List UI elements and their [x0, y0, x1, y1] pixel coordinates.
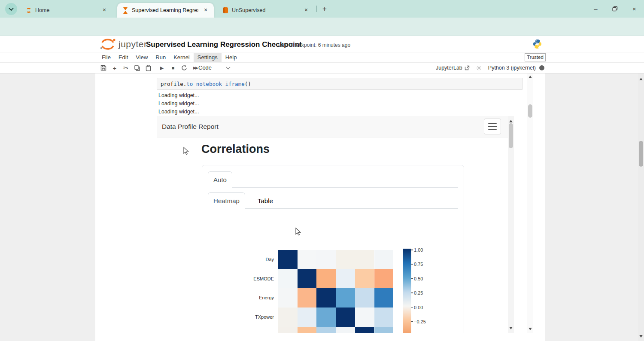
close-icon[interactable]: ×: [202, 6, 210, 14]
iframe-scrollbar[interactable]: [508, 116, 514, 333]
mouse-cursor: [295, 228, 301, 236]
browser-scrollbar[interactable]: [638, 73, 644, 341]
stop-kernel-icon[interactable]: ■: [167, 64, 179, 72]
inner-tab-nav: Heatmap Table: [208, 192, 458, 209]
cut-cells-icon[interactable]: ✂: [120, 64, 131, 72]
chevron-down-icon[interactable]: [226, 65, 231, 70]
menu-items: FileEditViewRunKernelSettingsHelp: [98, 53, 240, 62]
heatmap-cell: [374, 250, 394, 269]
scroll-down-icon[interactable]: [529, 328, 532, 332]
heatmap-cell: [298, 250, 317, 269]
chevron-down-icon: [9, 6, 13, 11]
scroll-down-icon[interactable]: [509, 327, 513, 331]
tab-search-button[interactable]: [5, 3, 17, 15]
hamburger-menu-button[interactable]: [484, 119, 501, 134]
scrollbar-thumb[interactable]: [639, 141, 643, 167]
close-icon[interactable]: ×: [100, 6, 108, 14]
menu-item-kernel[interactable]: Kernel: [170, 53, 194, 62]
window-controls: – ×: [586, 0, 644, 18]
heatmap-row-label: Day: [202, 257, 274, 262]
heatmap-cell: [355, 250, 374, 269]
heatmap-cell: [298, 269, 317, 289]
report-title: Data Profile Report: [162, 123, 219, 131]
colorbar-tick-label: 0.50: [414, 276, 423, 281]
heatmap-cell: [355, 269, 374, 289]
colorbar-tick-label: 1.00: [414, 247, 423, 253]
tab-heatmap[interactable]: Heatmap: [208, 192, 245, 209]
browser-tab[interactable]: Supervised Learning Regression×: [117, 3, 214, 18]
checkpoint-status: Last Checkpoint: 6 minutes ago: [278, 42, 350, 48]
menu-item-view[interactable]: View: [132, 53, 152, 62]
heatmap-cell: [316, 288, 336, 308]
heatmap-cell: [316, 327, 336, 333]
colorbar-tick-mark: [411, 250, 413, 250]
heatmap-row-label: TXpower: [202, 314, 274, 320]
heatmap-cell: [336, 327, 355, 333]
colorbar-tick-label: 0.25: [414, 290, 423, 295]
toolbar-icons: +✂▶■▶▶: [98, 63, 201, 73]
browser-tab[interactable]: Home×: [21, 3, 112, 18]
minimize-button[interactable]: –: [586, 0, 605, 18]
heatmap-cell: [316, 250, 336, 269]
restore-icon: [612, 6, 618, 12]
heatmap-cell: [278, 250, 298, 269]
tab-table[interactable]: Table: [251, 192, 280, 209]
restart-kernel-icon[interactable]: [179, 64, 190, 72]
heatmap-cell: [278, 288, 298, 308]
hamburger-menu-icon: [488, 123, 497, 125]
correlations-card: Auto Heatmap Table DayESMODEEnergyTXpowe…: [202, 165, 464, 333]
jupyter-header: jupyter Supervised Learning Regression C…: [0, 36, 644, 52]
heatmap-cell: [336, 250, 355, 269]
kernel-name[interactable]: Python 3 (ipykernel): [488, 65, 536, 71]
browser-tab[interactable]: UnSupervised×: [217, 3, 314, 18]
scrollbar-thumb[interactable]: [509, 123, 513, 148]
code-cell[interactable]: profile.to_notebook_iframe(): [157, 78, 523, 90]
close-window-button[interactable]: ×: [625, 0, 644, 18]
report-navbar: Data Profile Report: [157, 116, 508, 137]
browser-tab-strip: Home×Supervised Learning Regression×UnSu…: [0, 0, 644, 18]
colorbar-tick-mark: [411, 278, 413, 279]
tab-auto[interactable]: Auto: [208, 171, 232, 188]
maximize-button[interactable]: [605, 0, 625, 18]
close-icon[interactable]: ×: [302, 6, 310, 14]
scrollbar-thumb[interactable]: [528, 104, 532, 118]
code-text: profile.to_notebook_iframe(): [161, 81, 251, 87]
heatmap-cell: [336, 288, 355, 308]
scroll-up-icon[interactable]: [639, 76, 643, 80]
add-cell-icon[interactable]: +: [109, 64, 120, 72]
colorbar-tick-mark: [411, 292, 413, 293]
gear-icon[interactable]: [477, 66, 481, 70]
heatmap-cell: [374, 269, 394, 289]
scroll-up-icon[interactable]: [529, 74, 532, 78]
trusted-button[interactable]: Trusted: [525, 53, 546, 61]
run-cell-icon[interactable]: ▶: [156, 64, 167, 72]
colorbar-tick-mark: [411, 307, 413, 308]
cell-type-dropdown[interactable]: Code: [198, 64, 212, 71]
menu-item-settings[interactable]: Settings: [194, 53, 222, 62]
scroll-down-icon[interactable]: [639, 335, 643, 339]
tab-title: Home: [35, 7, 97, 13]
loading-widget-text: Loading widget...: [158, 92, 199, 98]
heatmap-cell: [355, 327, 374, 333]
scroll-up-icon[interactable]: [509, 118, 513, 122]
heatmap-cell: [336, 308, 355, 327]
heatmap-cell: [298, 308, 317, 327]
menu-item-file[interactable]: File: [98, 53, 115, 62]
colorbar-tick-label: −0.25: [414, 319, 426, 324]
copy-cells-icon[interactable]: [131, 64, 143, 72]
new-tab-button[interactable]: +: [319, 3, 330, 15]
heatmap-cell: [316, 269, 336, 289]
heatmap-cell: [298, 327, 317, 333]
menu-item-help[interactable]: Help: [222, 53, 241, 62]
heatmap-cell: [355, 308, 374, 327]
heatmap-cell: [278, 269, 298, 289]
menu-item-edit[interactable]: Edit: [115, 53, 132, 62]
tab-title: UnSupervised: [232, 7, 299, 13]
colorbar-tick-mark: [411, 321, 413, 322]
menu-item-run[interactable]: Run: [152, 53, 170, 62]
notebook-scrollbar[interactable]: [527, 73, 533, 333]
jupyterlab-link[interactable]: JupyterLab: [436, 65, 462, 71]
paste-cells-icon[interactable]: [143, 64, 154, 72]
jupyter-toolbar: +✂▶■▶▶ Code JupyterLab Python 3 (ipykern…: [0, 63, 644, 73]
save-icon[interactable]: [98, 64, 109, 72]
